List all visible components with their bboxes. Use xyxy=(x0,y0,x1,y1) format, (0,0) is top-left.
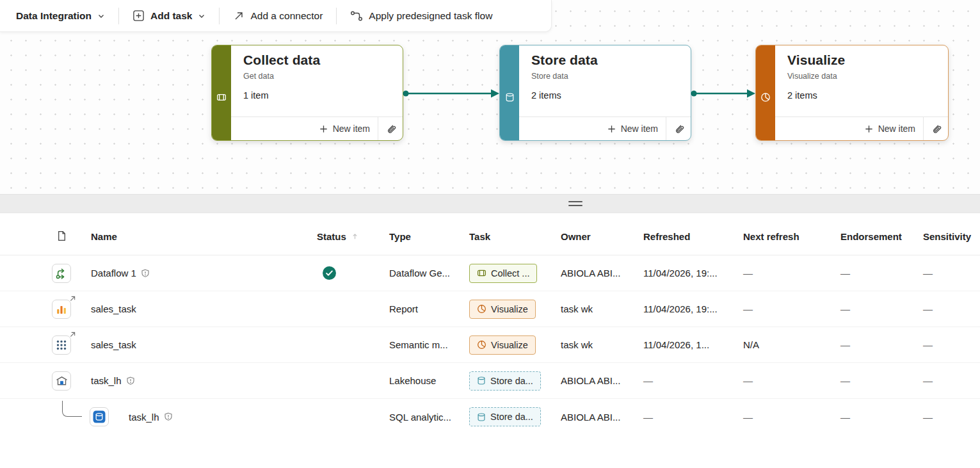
lakehouse-icon xyxy=(52,371,71,391)
tree-connector xyxy=(62,401,82,417)
item-endorsement: — xyxy=(835,303,918,314)
task-card-visualize[interactable]: Visualize Visualize data 2 items New ite… xyxy=(755,45,949,141)
add-connector-button[interactable]: Add a connector xyxy=(226,6,330,26)
plus-icon xyxy=(607,124,616,134)
status-success-icon xyxy=(323,266,379,280)
task-chip-store[interactable]: Store da... xyxy=(469,371,541,391)
connector-arrow-icon xyxy=(233,10,245,22)
task-chip-label: Visualize xyxy=(491,304,528,314)
item-refreshed: 11/04/2026, 19:... xyxy=(638,268,738,278)
task-card-store[interactable]: Store data Store data 2 items New item xyxy=(499,45,691,141)
attach-items-button[interactable] xyxy=(378,117,403,140)
splitter-handle-icon[interactable] xyxy=(566,198,585,209)
add-task-button[interactable]: Add task xyxy=(125,5,213,26)
table-row[interactable]: Dataflow 1 Dataflow Ge... Collect ... xyxy=(0,255,980,291)
task-chip-collect[interactable]: Collect ... xyxy=(469,264,537,283)
taskflow-toolbar: Data Integration Add task xyxy=(0,0,552,32)
new-item-button[interactable]: New item xyxy=(599,117,666,140)
taskflow-canvas[interactable]: Data Integration Add task xyxy=(0,0,980,194)
table-row[interactable]: sales_task Semantic m... Visualize task … xyxy=(0,327,980,363)
item-next-refresh: — xyxy=(738,268,835,278)
item-type: SQL analytic... xyxy=(384,412,465,423)
table-row-child[interactable]: task_lh SQL analytic... Store da... ABIO… xyxy=(0,399,980,435)
toolbar-divider xyxy=(336,8,337,24)
flow-icon xyxy=(350,10,363,22)
item-name[interactable]: task_lh xyxy=(129,412,159,423)
semantic-model-icon xyxy=(52,335,71,355)
column-header-task[interactable]: Task xyxy=(465,231,556,242)
item-name[interactable]: sales_task xyxy=(91,339,136,350)
task-chip-label: Collect ... xyxy=(491,268,529,278)
item-next-refresh: — xyxy=(738,412,835,423)
chevron-down-icon xyxy=(97,12,105,20)
card-footer: New item xyxy=(775,117,948,140)
chevron-down-icon xyxy=(198,12,205,20)
attach-items-button[interactable] xyxy=(924,117,948,140)
apply-taskflow-button[interactable]: Apply predesigned task flow xyxy=(343,6,499,26)
task-chip-visualize[interactable]: Visualize xyxy=(469,335,536,355)
card-body: Store data Store data 2 items New item xyxy=(519,45,691,140)
report-icon xyxy=(52,300,71,319)
item-sensitivity: — xyxy=(918,375,980,386)
database-icon xyxy=(477,412,486,422)
card-body: Collect data Get data 1 item New item xyxy=(231,45,403,140)
column-header-status[interactable]: Status xyxy=(312,231,384,242)
column-header-next-refresh[interactable]: Next refresh xyxy=(738,231,835,242)
card-item-count: 2 items xyxy=(531,90,682,101)
workspace-label: Data Integration xyxy=(16,10,92,22)
item-type: Semantic m... xyxy=(384,339,465,350)
new-item-button[interactable]: New item xyxy=(856,117,923,140)
item-endorsement: — xyxy=(835,412,918,423)
item-sensitivity: — xyxy=(918,303,980,314)
item-refreshed: — xyxy=(638,412,738,423)
plus-icon xyxy=(319,124,328,134)
card-accent-stripe xyxy=(756,45,775,140)
card-accent-stripe xyxy=(212,45,231,140)
fabric-workspace-app: Data Integration Add task xyxy=(0,0,980,468)
card-footer: New item xyxy=(231,117,403,140)
connector-arrow[interactable] xyxy=(401,85,501,102)
card-title: Store data xyxy=(531,52,682,68)
task-chip-label: Visualize xyxy=(491,340,528,350)
new-item-button[interactable]: New item xyxy=(311,117,378,140)
shared-icon xyxy=(70,332,76,337)
item-owner: task wk xyxy=(556,303,638,314)
collect-data-icon xyxy=(216,54,227,140)
dataflow-icon xyxy=(52,264,71,283)
task-chip-label: Store da... xyxy=(490,376,533,386)
column-header-item-type xyxy=(0,230,81,243)
task-chip-store[interactable]: Store da... xyxy=(469,407,541,426)
column-header-type[interactable]: Type xyxy=(384,231,465,242)
item-name[interactable]: sales_task xyxy=(91,303,136,314)
table-row[interactable]: task_lh Lakehouse Store da... ABIOLA ABI… xyxy=(0,363,980,399)
item-sensitivity: — xyxy=(918,339,980,350)
column-header-refreshed[interactable]: Refreshed xyxy=(638,231,738,242)
card-subtitle: Store data xyxy=(531,72,682,81)
task-chip-visualize[interactable]: Visualize xyxy=(469,300,536,319)
item-refreshed: 11/04/2026, 19:... xyxy=(638,303,738,314)
attach-items-button[interactable] xyxy=(666,117,691,140)
column-header-name[interactable]: Name xyxy=(81,231,312,242)
workspace-switcher[interactable]: Data Integration xyxy=(9,6,112,26)
table-row[interactable]: sales_task Report Visualize task wk 11/0… xyxy=(0,291,980,327)
task-chip-label: Store da... xyxy=(490,412,533,422)
add-task-icon xyxy=(133,10,145,22)
column-header-owner[interactable]: Owner xyxy=(556,231,638,242)
connector-arrow[interactable] xyxy=(689,85,757,102)
item-owner: ABIOLA ABI... xyxy=(556,268,638,278)
card-title: Visualize xyxy=(787,52,939,68)
canvas-table-splitter[interactable] xyxy=(0,194,980,213)
column-header-sensitivity[interactable]: Sensitivity xyxy=(918,231,980,242)
item-endorsement: — xyxy=(835,339,918,350)
column-header-endorsement[interactable]: Endorsement xyxy=(835,231,918,242)
item-refreshed: 11/04/2026, 1... xyxy=(638,339,738,350)
new-item-label: New item xyxy=(878,124,915,134)
toolbar-divider xyxy=(219,8,220,24)
item-name[interactable]: task_lh xyxy=(91,375,122,386)
toolbar-divider xyxy=(118,8,119,24)
pie-chart-icon xyxy=(760,54,771,140)
item-name[interactable]: Dataflow 1 xyxy=(91,268,136,278)
item-refreshed: — xyxy=(638,375,738,386)
database-icon xyxy=(477,376,486,385)
task-card-collect[interactable]: Collect data Get data 1 item New item xyxy=(211,45,403,141)
